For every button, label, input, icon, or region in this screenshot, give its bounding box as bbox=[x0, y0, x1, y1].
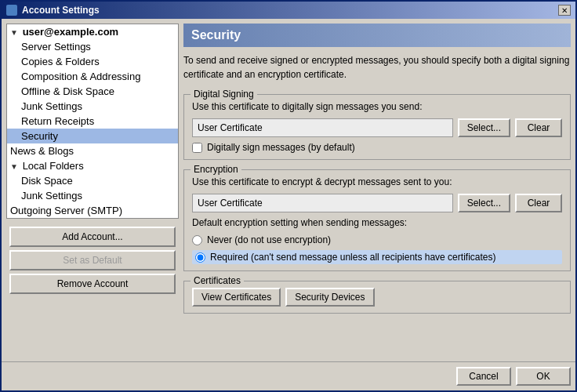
digital-signing-group: Digital Signing Use this certificate to … bbox=[183, 94, 571, 160]
panel-body: To send and receive signed or encrypted … bbox=[183, 53, 571, 357]
digital-signing-checkbox-row: Digitally sign messages (by default) bbox=[192, 142, 562, 153]
encryption-never-row: Never (do not use encryption) bbox=[192, 234, 562, 245]
left-section: ▼ user@example.com Server Settings Copie… bbox=[6, 24, 179, 357]
left-buttons-area: Add Account... Set as Default Remove Acc… bbox=[6, 222, 179, 299]
encryption-default-desc: Default encryption setting when sending … bbox=[192, 217, 562, 228]
tree-item-label: Disk Space bbox=[21, 175, 73, 187]
digital-signing-cert-row: Select... Clear bbox=[192, 118, 562, 137]
tree-item-junk-settings[interactable]: Junk Settings bbox=[7, 99, 178, 114]
encryption-title: Encryption bbox=[191, 164, 241, 175]
digital-signing-checkbox-label: Digitally sign messages (by default) bbox=[207, 142, 355, 153]
encryption-clear-button[interactable]: Clear bbox=[515, 194, 562, 212]
encryption-cert-row: Select... Clear bbox=[192, 194, 562, 212]
certificates-title: Certificates bbox=[191, 275, 244, 286]
tree-item-disk-space[interactable]: Disk Space bbox=[7, 173, 178, 188]
tree-item-local-folders[interactable]: ▼ Local Folders bbox=[7, 158, 178, 173]
panel-title: Security bbox=[183, 24, 571, 47]
cert-buttons-row: View Certificates Security Devices bbox=[192, 288, 562, 307]
tree-item-label: Junk Settings bbox=[21, 100, 82, 112]
content-area: ▼ user@example.com Server Settings Copie… bbox=[2, 19, 575, 361]
tree-item-label: user@example.com bbox=[23, 26, 119, 38]
expand-icon: ▼ bbox=[10, 28, 20, 37]
tree-item-label: Offline & Disk Space bbox=[21, 85, 114, 97]
tree-item-label: News & Blogs bbox=[10, 145, 74, 157]
tree-item-junk-settings-local[interactable]: Junk Settings bbox=[7, 188, 178, 203]
tree-item-label: Server Settings bbox=[21, 41, 91, 53]
encryption-required-label: Required (can't send message unless all … bbox=[210, 252, 495, 263]
account-settings-window: Account Settings ✕ ▼ user@example.com Se… bbox=[0, 0, 577, 392]
title-bar: Account Settings ✕ bbox=[2, 2, 575, 19]
tree-item-label: Outgoing Server (SMTP) bbox=[10, 205, 122, 216]
tree-item-composition-addressing[interactable]: Composition & Addressing bbox=[7, 69, 178, 84]
tree-item-label: Security bbox=[21, 130, 58, 142]
tree-item-offline-disk[interactable]: Offline & Disk Space bbox=[7, 84, 178, 99]
digital-signing-checkbox[interactable] bbox=[192, 143, 202, 153]
digital-signing-cert-input[interactable] bbox=[192, 118, 453, 137]
encryption-never-radio[interactable] bbox=[192, 235, 202, 245]
digital-signing-title: Digital Signing bbox=[191, 89, 257, 100]
close-button[interactable]: ✕ bbox=[558, 5, 571, 16]
digital-signing-desc: Use this certificate to digitally sign m… bbox=[192, 101, 562, 112]
tree-item-news-blogs[interactable]: News & Blogs bbox=[7, 143, 178, 158]
tree-item-label: Composition & Addressing bbox=[21, 71, 140, 82]
ok-button[interactable]: OK bbox=[516, 367, 571, 386]
right-panel: Security To send and receive signed or e… bbox=[183, 24, 571, 357]
certificates-group: Certificates View Certificates Security … bbox=[183, 281, 571, 314]
view-certificates-button[interactable]: View Certificates bbox=[192, 288, 281, 307]
set-default-button[interactable]: Set as Default bbox=[9, 250, 176, 270]
tree-item-server-settings[interactable]: Server Settings bbox=[7, 39, 178, 54]
add-account-button[interactable]: Add Account... bbox=[9, 227, 176, 247]
security-devices-button[interactable]: Security Devices bbox=[285, 288, 374, 307]
expand-icon: ▼ bbox=[10, 162, 20, 171]
tree-item-label: Copies & Folders bbox=[21, 56, 100, 67]
encryption-group: Encryption Use this certificate to encry… bbox=[183, 169, 571, 271]
window-icon bbox=[6, 5, 17, 16]
tree-item-security[interactable]: Security bbox=[7, 129, 178, 143]
tree-item-label: Junk Settings bbox=[21, 190, 82, 201]
encryption-never-label: Never (do not use encryption) bbox=[207, 234, 331, 245]
tree-item-user-account[interactable]: ▼ user@example.com bbox=[7, 24, 178, 39]
encryption-desc: Use this certificate to encrypt & decryp… bbox=[192, 176, 562, 187]
remove-account-button[interactable]: Remove Account bbox=[9, 274, 176, 294]
intro-text: To send and receive signed or encrypted … bbox=[183, 53, 571, 82]
tree-item-label: Return Receipts bbox=[21, 115, 94, 127]
encryption-required-radio[interactable] bbox=[195, 252, 205, 263]
encryption-required-row: Required (can't send message unless all … bbox=[192, 250, 562, 264]
encryption-select-button[interactable]: Select... bbox=[458, 194, 510, 212]
tree-item-return-receipts[interactable]: Return Receipts bbox=[7, 114, 178, 129]
tree-item-copies-folders[interactable]: Copies & Folders bbox=[7, 54, 178, 69]
cancel-button[interactable]: Cancel bbox=[456, 367, 511, 386]
tree-item-label: Local Folders bbox=[23, 160, 84, 172]
digital-signing-select-button[interactable]: Select... bbox=[458, 118, 510, 137]
window-title: Account Settings bbox=[22, 5, 100, 16]
digital-signing-clear-button[interactable]: Clear bbox=[515, 118, 562, 137]
account-tree: ▼ user@example.com Server Settings Copie… bbox=[6, 24, 179, 219]
encryption-cert-input[interactable] bbox=[192, 194, 453, 212]
tree-item-outgoing-server[interactable]: Outgoing Server (SMTP) bbox=[7, 203, 178, 218]
footer-area: Cancel OK bbox=[2, 361, 575, 390]
